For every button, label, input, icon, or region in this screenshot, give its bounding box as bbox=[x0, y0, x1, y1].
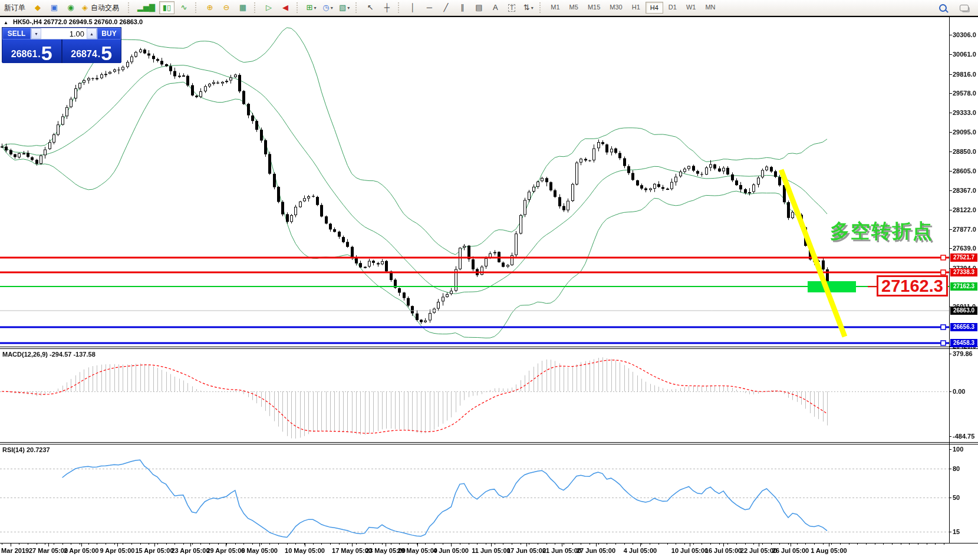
autotrade-button[interactable]: 自动交易 bbox=[88, 3, 122, 13]
price-line-badge: 27162.3 bbox=[950, 282, 977, 291]
vertical-line-icon[interactable]: │ bbox=[410, 2, 415, 14]
autotrade-icon[interactable]: ◈ bbox=[82, 2, 88, 14]
time-tick-label: 10 May 05:00 bbox=[285, 547, 325, 554]
fibonacci-icon[interactable]: ▤ bbox=[475, 2, 482, 14]
timeframe-group: M1M5M15M30H1H4D1W1MN bbox=[546, 2, 720, 14]
time-tick-label: 11 Jun 05:00 bbox=[472, 547, 510, 554]
timeframe-m5[interactable]: M5 bbox=[565, 2, 582, 12]
time-tick-label: 10 Jul 05:00 bbox=[671, 547, 708, 554]
horizontal-line-icon[interactable]: ─ bbox=[427, 2, 432, 14]
price-callout-label[interactable]: 27162.3 bbox=[877, 275, 948, 297]
search-icon[interactable] bbox=[939, 4, 947, 12]
price-tick-label: 29095.0 bbox=[953, 129, 976, 136]
metaeditor-icon[interactable]: ▣ bbox=[51, 2, 58, 14]
new-chart-icon[interactable]: ⊞ bbox=[307, 2, 313, 14]
price-line-badge: 26458.3 bbox=[950, 339, 977, 347]
chat-icon[interactable] bbox=[960, 5, 969, 11]
indicators-icon[interactable]: ▧ bbox=[339, 2, 346, 14]
price-tick-label: 29333.0 bbox=[953, 109, 976, 116]
zoom-in-icon[interactable]: ⊕ bbox=[207, 2, 213, 14]
sell-price-big-digit: 5 bbox=[41, 44, 52, 62]
toolbar-separator bbox=[128, 2, 131, 13]
candlestick-chart-icon[interactable]: ▮▯ bbox=[163, 2, 171, 14]
rsi-tick-label: 80 bbox=[953, 465, 960, 472]
rsi-tick-label: 50 bbox=[953, 494, 960, 501]
time-tick-label: 21 Mar 2019 bbox=[0, 547, 29, 554]
macd-tick-label: 379.86 bbox=[953, 350, 973, 357]
macd-tick-label: 0.00 bbox=[953, 388, 965, 395]
time-tick-label: 29 Apr 05:00 bbox=[206, 547, 245, 554]
mt4-terminal-window: 新订单 ◆ ▣ ◉ ◈ 自动交易 ▂▅▇ ▮▯ ∿ ⊕ ⊖ ▦ ▷ ◀ ⊞ ▾ … bbox=[0, 0, 978, 560]
macd-indicator-label: MACD(12,26,9) -294.57 -137.58 bbox=[2, 351, 96, 358]
time-tick-label: 1 Aug 05:00 bbox=[811, 547, 847, 554]
symbol-ohlc-info: HK50-,H4 26772.0 26949.5 26760.0 26863.0 bbox=[13, 18, 143, 25]
signal-icon[interactable]: ◉ bbox=[67, 2, 74, 14]
price-tick-label: 30061.0 bbox=[953, 51, 976, 58]
time-tick-label: 29 May 05:00 bbox=[397, 547, 437, 554]
time-tick-label: 16 Jul 05:00 bbox=[705, 547, 742, 554]
timeframe-m15[interactable]: M15 bbox=[584, 2, 604, 12]
toolbar-separator bbox=[398, 2, 401, 13]
price-tick-label: 28122.0 bbox=[953, 206, 976, 213]
timeframe-d1[interactable]: D1 bbox=[664, 2, 681, 12]
volume-increase-button[interactable]: ▴ bbox=[87, 28, 97, 39]
line-chart-icon[interactable]: ∿ bbox=[181, 2, 187, 14]
price-tick-label: 28367.0 bbox=[953, 187, 976, 194]
price-tick-label: 29578.0 bbox=[953, 90, 976, 97]
timeframe-m30[interactable]: M30 bbox=[605, 2, 626, 12]
buy-button[interactable]: BUY bbox=[97, 28, 121, 39]
cursor-icon[interactable]: ↖ bbox=[367, 2, 374, 14]
trendline-icon[interactable]: ╱ bbox=[443, 2, 448, 14]
chart-text-annotation[interactable]: 多空转折点 bbox=[830, 218, 933, 245]
rsi-tick-label: 100 bbox=[953, 446, 963, 453]
volume-input[interactable]: 1.00 bbox=[41, 28, 87, 39]
price-chart-canvas[interactable] bbox=[0, 0, 978, 560]
collapse-panel-icon[interactable]: ▲ bbox=[4, 20, 8, 25]
time-tick-label: 9 Apr 05:00 bbox=[100, 547, 135, 554]
toolbar-separator bbox=[539, 2, 543, 13]
timeframe-w1[interactable]: W1 bbox=[682, 2, 700, 12]
time-tick-label: 4 Jun 05:00 bbox=[433, 547, 469, 554]
chevron-down-icon[interactable]: ▾ bbox=[531, 5, 534, 11]
time-tick-label: 23 Apr 05:00 bbox=[171, 547, 209, 554]
period-icon[interactable]: ◷ bbox=[322, 2, 329, 14]
sell-button[interactable]: SELL bbox=[2, 28, 31, 39]
rsi-indicator-label: RSI(14) 20.7237 bbox=[2, 446, 50, 453]
text-icon[interactable]: A bbox=[493, 2, 498, 14]
arrows-icon[interactable]: ⇅ bbox=[523, 2, 530, 14]
toolbar-separator bbox=[297, 2, 300, 13]
chevron-down-icon[interactable]: ▾ bbox=[347, 5, 350, 11]
price-tick-label: 28605.0 bbox=[953, 167, 976, 174]
new-order-button[interactable]: 新订单 bbox=[1, 2, 28, 14]
price-line-badge: 26656.3 bbox=[950, 323, 977, 331]
buy-price-dot: . bbox=[98, 47, 100, 62]
chevron-down-icon[interactable]: ▾ bbox=[314, 5, 316, 11]
sell-price-button[interactable]: 26861 . 5 bbox=[2, 39, 62, 63]
zoom-out-icon[interactable]: ⊖ bbox=[223, 2, 230, 14]
channel-icon[interactable]: ∥ bbox=[460, 2, 465, 14]
auto-scroll-icon[interactable]: ◀ bbox=[282, 2, 288, 14]
buy-price-button[interactable]: 26874 . 5 bbox=[62, 39, 121, 63]
timeframe-h1[interactable]: H1 bbox=[628, 2, 644, 12]
crosshair-icon[interactable]: ┼ bbox=[384, 2, 390, 14]
buy-price-main: 26874 bbox=[71, 47, 97, 62]
toolbar-right-group bbox=[934, 2, 972, 14]
gold-icon[interactable]: ◆ bbox=[35, 2, 41, 14]
bar-chart-icon[interactable]: ▂▅▇ bbox=[137, 2, 155, 14]
time-tick-label: 15 Apr 05:00 bbox=[135, 547, 173, 554]
tile-windows-icon[interactable]: ▦ bbox=[239, 2, 246, 14]
sell-price-main: 26861 bbox=[11, 47, 38, 62]
price-tick-label: 27639.0 bbox=[953, 245, 976, 252]
time-tick-label: 27 Jun 05:00 bbox=[577, 547, 615, 554]
toolbar-separator bbox=[195, 2, 199, 13]
toolbar: 新订单 ◆ ▣ ◉ ◈ 自动交易 ▂▅▇ ▮▯ ∿ ⊕ ⊖ ▦ ▷ ◀ ⊞ ▾ … bbox=[0, 0, 978, 16]
text-label-icon[interactable]: T bbox=[508, 4, 515, 12]
timeframe-m1[interactable]: M1 bbox=[546, 2, 564, 12]
timeframe-h4[interactable]: H4 bbox=[646, 2, 663, 14]
volume-decrease-button[interactable]: ▾ bbox=[31, 28, 41, 39]
timeframe-mn[interactable]: MN bbox=[701, 2, 719, 12]
time-tick-label: 2 Apr 05:00 bbox=[64, 547, 99, 554]
chart-shift-icon[interactable]: ▷ bbox=[266, 2, 272, 14]
time-tick-label: 17 Jun 05:00 bbox=[507, 547, 546, 554]
chevron-down-icon[interactable]: ▾ bbox=[331, 5, 333, 11]
